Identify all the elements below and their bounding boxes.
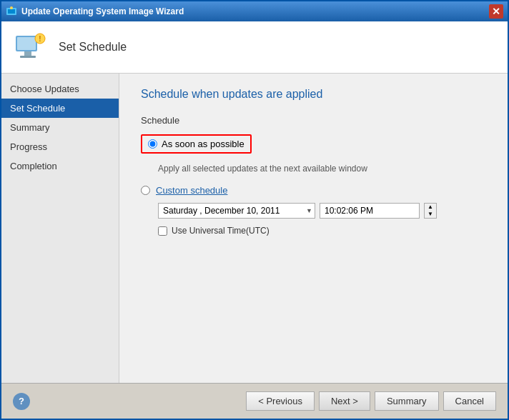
close-button[interactable]: ✕ [489,4,503,19]
svg-rect-4 [17,37,36,50]
utc-row: Use Universal Time(UTC) [158,226,486,236]
asap-option-highlighted: As soon as possible [141,134,252,154]
title-bar: Update Operating System Image Wizard ✕ [1,1,508,21]
utc-checkbox[interactable] [158,226,167,236]
asap-subtext: Apply all selected updates at the next a… [158,164,486,174]
time-input[interactable] [320,203,420,219]
main-content: Schedule when updates are applied Schedu… [119,74,508,383]
custom-schedule-option: Custom schedule [141,185,486,196]
header-area: ! Set Schedule [1,21,508,74]
schedule-group: Schedule As soon as possible Apply all s… [141,115,486,236]
summary-button[interactable]: Summary [375,391,439,411]
svg-rect-6 [20,56,36,58]
wizard-window: Update Operating System Image Wizard ✕ !… [0,0,509,420]
next-button[interactable]: Next > [319,391,370,411]
schedule-label: Schedule [141,115,486,126]
previous-button[interactable]: < Previous [246,391,315,411]
time-spinner: ▲ ▼ [424,203,437,219]
content-area: Choose Updates Set Schedule Summary Prog… [1,74,508,383]
svg-rect-1 [8,9,15,14]
time-spin-up[interactable]: ▲ [425,204,436,211]
asap-label[interactable]: As soon as possible [162,139,244,149]
time-spin-down[interactable]: ▼ [425,211,436,218]
main-title: Schedule when updates are applied [141,88,486,101]
title-bar-icon [6,6,17,17]
sidebar-item-summary[interactable]: Summary [1,118,119,137]
custom-radio[interactable] [141,186,150,195]
svg-rect-5 [24,51,31,56]
header-icon: ! [13,30,47,64]
title-bar-text: Update Operating System Image Wizard [21,6,485,16]
sidebar-item-set-schedule[interactable]: Set Schedule [1,99,119,118]
svg-text:!: ! [39,35,41,43]
sidebar-item-completion[interactable]: Completion [1,156,119,176]
datetime-row: Saturday , December 10, 2011 ▲ ▼ [158,203,486,219]
sidebar-item-choose-updates[interactable]: Choose Updates [1,79,119,99]
svg-point-2 [10,6,13,9]
sidebar-item-progress[interactable]: Progress [1,137,119,156]
help-button[interactable]: ? [13,393,30,410]
utc-label[interactable]: Use Universal Time(UTC) [172,226,270,236]
footer: ? < Previous Next > Summary Cancel [1,383,508,419]
date-select-wrapper: Saturday , December 10, 2011 [158,203,315,219]
date-select[interactable]: Saturday , December 10, 2011 [158,203,315,219]
cancel-button[interactable]: Cancel [443,391,496,411]
sidebar: Choose Updates Set Schedule Summary Prog… [1,74,119,383]
asap-radio[interactable] [148,139,157,149]
header-title: Set Schedule [59,41,127,54]
custom-schedule-label[interactable]: Custom schedule [156,185,227,196]
